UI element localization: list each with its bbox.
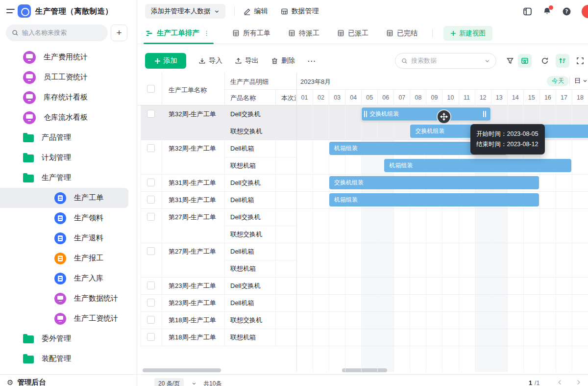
- side-panel-icon[interactable]: [523, 7, 532, 16]
- search-icon: [12, 29, 19, 36]
- time-unit-label: 日: [574, 77, 581, 85]
- sidebar-item-label: 生产工资统计: [74, 314, 118, 323]
- add-node-button[interactable]: +: [111, 25, 127, 41]
- page-count: /1: [535, 380, 539, 386]
- plus-icon: [154, 58, 161, 64]
- gantt-bar-5[interactable]: 机箱组装: [329, 193, 539, 206]
- sidebar-item-11[interactable]: 生产入库: [0, 268, 137, 288]
- day-header-15: 15: [523, 89, 539, 105]
- sidebar-item-12[interactable]: 生产数据统计: [0, 288, 137, 309]
- page-size-selector[interactable]: 20 条/页: [154, 378, 184, 386]
- gantt-bar-label: 交换机组装: [369, 110, 399, 117]
- export-label: 导出: [245, 56, 259, 65]
- select-all-checkbox[interactable]: [147, 85, 155, 93]
- gantt-bar-0[interactable]: 交换机组装: [362, 107, 490, 121]
- row-checkbox[interactable]: [147, 316, 155, 324]
- table-hscrollbar[interactable]: [143, 368, 221, 372]
- sidebar-search-input[interactable]: 输入名称来搜索: [6, 25, 108, 41]
- sidebar-item-4[interactable]: 产品管理: [0, 128, 137, 148]
- day-header-13: 13: [491, 89, 507, 105]
- gantt-bar-4[interactable]: 交换机组装: [329, 176, 539, 189]
- new-view-button[interactable]: 新建视图: [443, 26, 492, 41]
- order-name-cell: 第32周-生产工单: [169, 140, 223, 157]
- add-record-button[interactable]: 添加: [145, 53, 186, 69]
- filter-button[interactable]: [503, 54, 517, 68]
- card-eye-icon: [521, 57, 529, 65]
- tab-0[interactable]: 所有工单: [232, 29, 270, 38]
- edit-button[interactable]: 编辑: [244, 7, 268, 16]
- funnel-icon: [506, 57, 514, 65]
- grid-search-placeholder: 搜索数据: [411, 56, 437, 65]
- sidebar-item-6[interactable]: 生产管理: [0, 168, 137, 188]
- import-icon: [198, 57, 206, 65]
- sidebar-item-9[interactable]: 生产退料: [0, 228, 137, 248]
- row-checkbox[interactable]: [147, 144, 155, 152]
- sidebar-item-15[interactable]: 装配管理: [0, 349, 137, 369]
- sidebar-item-2[interactable]: 库存统计看板: [0, 87, 137, 107]
- sidebar-item-5[interactable]: 计划管理: [0, 148, 137, 168]
- gantt-bar-label: 交换机组装: [415, 128, 444, 134]
- pencil-icon: [244, 8, 251, 15]
- row-checkbox[interactable]: [147, 196, 155, 204]
- user-avatar[interactable]: [582, 5, 588, 18]
- chevron-down-icon[interactable]: [192, 381, 196, 386]
- sidebar-item-3[interactable]: 仓库流水看板: [0, 107, 137, 128]
- folder-icon: [23, 175, 34, 182]
- bar-resize-handle-left[interactable]: [364, 111, 368, 117]
- row-detail-toggle-button[interactable]: [518, 54, 532, 68]
- order-name-cell: 第23周-生产工单: [169, 277, 223, 294]
- sidebar-item-8[interactable]: 生产领料: [0, 208, 137, 228]
- export-button[interactable]: 导出: [235, 56, 259, 65]
- sidebar-item-label: 计划管理: [42, 153, 71, 162]
- data-manage-button[interactable]: 数据管理: [281, 7, 319, 16]
- row-height-sort-button[interactable]: [556, 54, 569, 68]
- row-checkbox[interactable]: [147, 213, 155, 221]
- row-checkbox[interactable]: [147, 333, 155, 341]
- tab-more-icon[interactable]: ⋮: [203, 29, 210, 37]
- refresh-button[interactable]: [538, 54, 552, 68]
- day-header-12: 12: [475, 89, 491, 105]
- row-checkbox[interactable]: [147, 179, 155, 186]
- prev-page-button[interactable]: [557, 379, 563, 386]
- row-checkbox[interactable]: [147, 282, 155, 289]
- gantt-bar-label: 交换机组装: [334, 179, 364, 186]
- notifications-bell-icon[interactable]: [542, 7, 552, 16]
- manage-own-data-dropdown[interactable]: 添加并管理本人数据: [145, 4, 225, 19]
- tab-2[interactable]: 已派工: [337, 29, 368, 38]
- sidebar-item-1[interactable]: 员工工资统计: [0, 67, 137, 87]
- dashboard-icon: [23, 91, 36, 104]
- sidebar-item-13[interactable]: 生产工资统计: [0, 309, 137, 329]
- data-manage-label: 数据管理: [292, 7, 319, 16]
- grid-search-input[interactable]: 搜索数据: [395, 53, 496, 69]
- more-actions-button[interactable]: ⋯: [307, 56, 316, 66]
- sidebar-item-14[interactable]: 委外管理: [0, 329, 137, 349]
- expand-fullscreen-button[interactable]: [573, 54, 587, 68]
- col-product-group: 生产产品明细: [230, 77, 269, 86]
- delete-button[interactable]: 删除: [271, 56, 295, 65]
- tab-3[interactable]: 已完结: [386, 29, 417, 38]
- unit-divider: [569, 77, 570, 85]
- table-column-divider: [141, 105, 141, 346]
- row-checkbox[interactable]: [147, 299, 155, 307]
- day-header-11: 11: [459, 89, 475, 105]
- today-button[interactable]: 今天: [547, 76, 569, 86]
- chevron-down-icon: [583, 78, 588, 83]
- row-checkbox[interactable]: [147, 247, 155, 255]
- help-icon[interactable]: ?: [562, 7, 571, 16]
- next-page-button[interactable]: [575, 379, 582, 386]
- gantt-bar-3[interactable]: 机箱组装: [384, 159, 571, 172]
- collapse-sidebar-icon[interactable]: [6, 7, 15, 15]
- bar-resize-handle-right[interactable]: [483, 111, 487, 117]
- sidebar-item-10[interactable]: 生产报工: [0, 248, 137, 268]
- row-checkbox[interactable]: [147, 110, 155, 118]
- sidebar-item-0[interactable]: 生产费用统计: [0, 47, 137, 67]
- sidebar-item-7[interactable]: 生产工单: [0, 188, 128, 208]
- time-unit-selector[interactable]: 日: [574, 77, 588, 85]
- admin-console-item[interactable]: ⚙ 管理后台: [7, 378, 46, 386]
- sidebar-header: 生产管理（离散制造）: [0, 0, 137, 23]
- tab-gantt-view[interactable]: 生产工单排产 ⋮: [146, 23, 215, 44]
- sidebar-item-label: 装配管理: [42, 354, 71, 363]
- import-button[interactable]: 导入: [198, 56, 222, 65]
- tab-1[interactable]: 待派工: [288, 29, 319, 38]
- gantt-hscrollbar[interactable]: [342, 368, 387, 372]
